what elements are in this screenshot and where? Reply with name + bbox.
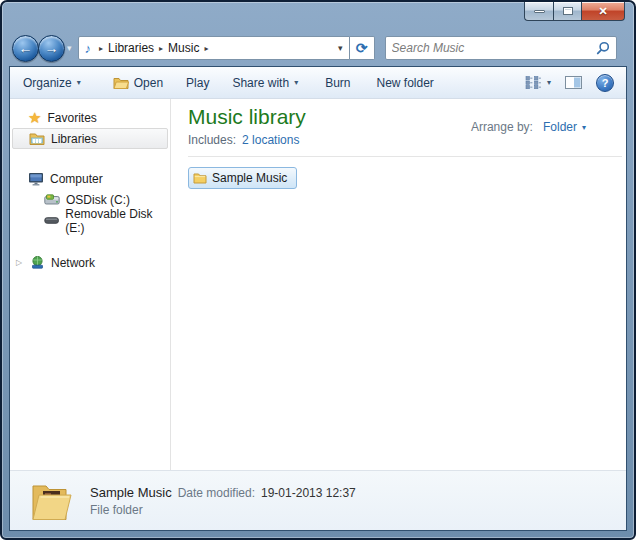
new-folder-button[interactable]: New folder: [377, 76, 434, 90]
maximize-icon: [563, 7, 573, 15]
title-bar[interactable]: ✕: [2, 2, 634, 30]
address-bar[interactable]: ♪ ▸ Libraries ▸ Music ▸ ▾: [78, 36, 350, 60]
close-icon: ✕: [598, 6, 607, 17]
minimize-icon: [534, 10, 545, 13]
preview-pane-icon: [565, 76, 582, 89]
chevron-down-icon: ▾: [77, 78, 81, 87]
date-modified-value: 19-01-2013 12:37: [261, 486, 356, 500]
organize-label: Organize: [23, 76, 72, 90]
chevron-down-icon: ▾: [547, 78, 551, 87]
close-button[interactable]: ✕: [582, 2, 625, 21]
removable-disk-icon: [44, 216, 59, 225]
details-file-type: File folder: [90, 503, 356, 517]
sidebar-item-removable-disk[interactable]: Removable Disk (E:): [10, 210, 170, 231]
details-text: Sample Music Date modified: 19-01-2013 1…: [90, 485, 356, 517]
star-icon: ★: [28, 110, 41, 125]
address-dropdown-icon[interactable]: ▾: [336, 43, 345, 53]
views-icon: [525, 76, 542, 89]
libraries-icon: [29, 132, 45, 145]
help-icon: ?: [602, 77, 609, 89]
back-icon: ←: [19, 40, 33, 56]
removable-disk-label: Removable Disk (E:): [65, 207, 170, 235]
favorites-label: Favorites: [47, 111, 96, 125]
breadcrumb-separator: ▸: [159, 44, 163, 53]
sidebar-item-favorites[interactable]: ★ Favorites: [10, 107, 170, 128]
locations-link[interactable]: 2 locations: [242, 133, 299, 147]
libraries-label: Libraries: [51, 132, 97, 146]
search-input[interactable]: [392, 41, 596, 55]
explorer-body: ★ Favorites Libraries: [10, 99, 626, 470]
breadcrumb-separator: ▸: [204, 44, 208, 53]
header-divider: [188, 156, 622, 157]
recent-pages-dropdown[interactable]: ▾: [67, 43, 72, 53]
back-button[interactable]: ←: [12, 35, 39, 62]
expander-icon[interactable]: ▷: [16, 258, 24, 267]
file-item-label: Sample Music: [212, 171, 287, 185]
refresh-button[interactable]: ⟳: [350, 36, 375, 60]
date-modified-label: Date modified:: [178, 486, 255, 500]
preview-pane-button[interactable]: [565, 76, 582, 89]
arrange-by-value: Folder: [543, 120, 577, 134]
share-with-button[interactable]: Share with ▾: [232, 76, 298, 90]
play-label: Play: [186, 76, 209, 90]
forward-icon: →: [45, 40, 59, 56]
breadcrumb-music[interactable]: Music: [168, 41, 199, 55]
search-box: [385, 36, 617, 60]
maximize-button[interactable]: [553, 2, 582, 21]
details-file-name: Sample Music: [90, 485, 172, 500]
computer-label: Computer: [50, 172, 103, 186]
includes-row: Includes: 2 locations: [188, 133, 622, 147]
breadcrumb-libraries[interactable]: Libraries: [108, 41, 154, 55]
burn-button[interactable]: Burn: [325, 76, 350, 90]
organize-button[interactable]: Organize ▾: [23, 76, 81, 90]
network-icon: [30, 256, 45, 269]
command-toolbar: Organize ▾ Open Play Share with ▾ Burn: [10, 67, 626, 99]
help-button[interactable]: ?: [596, 74, 614, 92]
refresh-icon: ⟳: [356, 40, 368, 56]
address-bar-group: ♪ ▸ Libraries ▸ Music ▸ ▾ ⟳: [78, 36, 375, 60]
osdisk-label: OSDisk (C:): [66, 193, 130, 207]
details-pane: Sample Music Date modified: 19-01-2013 1…: [10, 470, 626, 530]
play-button[interactable]: Play: [186, 76, 209, 90]
file-item-sample-music[interactable]: Sample Music: [188, 167, 297, 189]
file-list-pane: Music library Includes: 2 locations Arra…: [171, 99, 626, 470]
content-frame: Organize ▾ Open Play Share with ▾ Burn: [9, 66, 627, 531]
open-label: Open: [134, 76, 163, 90]
search-icon[interactable]: [596, 41, 610, 55]
window-controls: ✕: [524, 2, 625, 21]
sidebar-item-computer[interactable]: Computer: [10, 168, 170, 189]
network-label: Network: [51, 256, 95, 270]
arrange-by-label: Arrange by:: [471, 120, 533, 134]
toolbar-right-group: ▾ ?: [525, 74, 626, 92]
computer-icon: [28, 172, 44, 186]
navigation-pane: ★ Favorites Libraries: [10, 99, 171, 470]
includes-label: Includes:: [188, 133, 236, 147]
folder-icon: [193, 172, 207, 184]
new-folder-label: New folder: [377, 76, 434, 90]
chevron-down-icon: ▾: [582, 123, 586, 132]
navigation-bar: ← → ▾ ♪ ▸ Libraries ▸ Music ▸ ▾ ⟳: [2, 30, 634, 66]
share-with-label: Share with: [232, 76, 289, 90]
explorer-window: ✕ ← → ▾ ♪ ▸ Libraries ▸ Music ▸ ▾ ⟳: [0, 0, 636, 540]
sidebar-item-libraries[interactable]: Libraries: [12, 128, 168, 149]
burn-label: Burn: [325, 76, 350, 90]
change-view-button[interactable]: ▾: [525, 76, 551, 89]
chevron-down-icon: ▾: [294, 78, 298, 87]
arrange-by-dropdown[interactable]: Folder ▾: [543, 120, 586, 134]
hard-drive-icon: [44, 194, 60, 205]
music-note-icon: ♪: [85, 41, 92, 56]
forward-button[interactable]: →: [38, 35, 65, 62]
sidebar-item-network[interactable]: ▷ Network: [10, 252, 170, 273]
open-button[interactable]: Open: [113, 76, 163, 90]
selected-folder-icon: [30, 480, 76, 522]
breadcrumb-separator: ▸: [99, 44, 103, 53]
arrange-by-control: Arrange by: Folder ▾: [471, 120, 586, 134]
minimize-button[interactable]: [524, 2, 553, 21]
open-folder-icon: [113, 76, 129, 89]
